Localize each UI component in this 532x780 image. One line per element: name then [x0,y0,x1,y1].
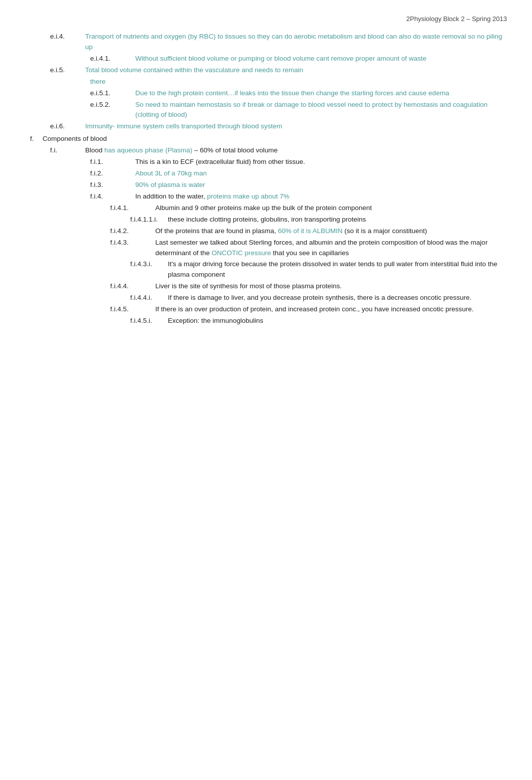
fi42-text-plain2: (so it is a major constituent) [343,227,427,235]
fi42-entry: f.i.4.2. Of the proteins that are found … [110,226,507,237]
fi42-text-teal: 60% of it is ALBUMIN [278,227,343,235]
fi45i-entry: f.i.4.5.i. Exception: the immunoglobulin… [130,316,507,326]
fi411i-label: f.i.4.1.1.i. [130,215,168,225]
fi43-text-teal: ONCOTIC pressure [212,249,272,257]
fi-entry: f.i. Blood has aqueous phase (Plasma) – … [50,145,507,156]
fi44i-entry: f.i.4.4.i. If there is damage to liver, … [130,293,507,303]
ei6-entry: e.i.6. Immunity- immune system cells tra… [50,121,507,132]
fi4-label: f.i.4. [90,191,135,202]
fi-text-plain: Blood [85,146,104,154]
fi2-text: About 3L of a 70kg man [135,168,507,179]
fi45i-text: Exception: the immunoglobulins [168,316,507,326]
fi2-entry: f.i.2. About 3L of a 70kg man [90,168,507,179]
fi4-entry: f.i.4. In addition to the water, protein… [90,191,507,202]
fi-label: f.i. [50,145,85,156]
fi3-entry: f.i.3. 90% of plasma is water [90,180,507,190]
fi44i-text: If there is damage to liver, and you dec… [168,293,507,303]
fi1-text: This is a kin to ECF (extracellular flui… [135,157,507,167]
ei5-label: e.i.5. [50,65,85,76]
ei51-entry: e.i.5.1. Due to the high protein content… [90,88,507,99]
fi3-text: 90% of plasma is water [135,180,507,190]
ei51-label: e.i.5.1. [90,88,135,99]
ei52-entry: e.i.5.2. So need to maintain hemostasis … [90,100,507,121]
fi43-text: Last semester we talked about Sterling f… [155,238,507,259]
ei5-there: there [90,77,507,87]
ei4-label: e.i.4. [50,32,85,53]
content: e.i.4. Transport of nutrients and oxygen… [30,32,507,326]
fi43-entry: f.i.4.3. Last semester we talked about S… [110,238,507,259]
ei4-text: Transport of nutrients and oxygen (by RB… [85,32,507,53]
fi1-label: f.i.1. [90,157,135,167]
fi411i-entry: f.i.4.1.1.i. these include clotting prot… [130,215,507,225]
f-entry: f. Components of blood [30,134,507,144]
ei41-text: Without sufficient blood volume or pumpi… [135,54,507,64]
ei5-text-teal: Total blood volume contained within the … [85,66,303,74]
fi-text-teal: has aqueous phase (Plasma) [104,146,192,154]
fi42-text: Of the proteins that are found in plasma… [155,226,507,237]
fi411i-text: these include clotting proteins, globuli… [168,215,507,225]
fi44-entry: f.i.4.4. Liver is the site of synthesis … [110,281,507,292]
fi44-label: f.i.4.4. [110,281,155,292]
fi42-text-plain: Of the proteins that are found in plasma… [155,227,278,235]
ei51-text: Due to the high protein content…if leaks… [135,88,507,99]
header-title: 2Physiology Block 2 – Spring 2013 [406,15,507,23]
fi41-text: Albumin and 9 other proteins make up the… [155,203,507,214]
fi4-text-plain: In addition to the water, [135,192,207,200]
fi43i-label: f.i.4.3.i. [130,259,168,280]
fi43-text-plain2: that you see in capillaries [271,249,349,257]
fi42-label: f.i.4.2. [110,226,155,237]
fi43i-text: It's a major driving force because the p… [168,259,507,280]
fi4-text: In addition to the water, proteins make … [135,191,507,202]
fi1-entry: f.i.1. This is a kin to ECF (extracellul… [90,157,507,167]
ei52-text: So need to maintain hemostasis so if bre… [135,100,507,121]
fi43-label: f.i.4.3. [110,238,155,259]
f-label: f. [30,134,43,144]
fi44i-label: f.i.4.4.i. [130,293,168,303]
fi44-text: Liver is the site of synthesis for most … [155,281,507,292]
f-text: Components of blood [43,134,507,144]
fi3-label: f.i.3. [90,180,135,190]
ei41-entry: e.i.4.1. Without sufficient blood volume… [90,54,507,64]
fi-text-plain2: – 60% of total blood volume [192,146,278,154]
fi43i-entry: f.i.4.3.i. It's a major driving force be… [130,259,507,280]
fi41-entry: f.i.4.1. Albumin and 9 other proteins ma… [110,203,507,214]
ei5-there-text: there [90,78,106,85]
page-header: 2Physiology Block 2 – Spring 2013 [30,15,507,23]
fi45-label: f.i.4.5. [110,304,155,315]
fi-text: Blood has aqueous phase (Plasma) – 60% o… [85,145,507,156]
fi45i-label: f.i.4.5.i. [130,316,168,326]
ei41-label: e.i.4.1. [90,54,135,64]
fi2-label: f.i.2. [90,168,135,179]
ei5-text: Total blood volume contained within the … [85,65,507,76]
ei6-text: Immunity- immune system cells transporte… [85,121,507,132]
fi45-entry: f.i.4.5. If there is an over production … [110,304,507,315]
fi45-text: If there is an over production of protei… [155,304,507,315]
ei52-label: e.i.5.2. [90,100,135,121]
ei6-label: e.i.6. [50,121,85,132]
fi4-text-teal: proteins make up about 7% [207,192,289,200]
ei5-entry: e.i.5. Total blood volume contained with… [50,65,507,76]
ei4-entry: e.i.4. Transport of nutrients and oxygen… [50,32,507,53]
fi41-label: f.i.4.1. [110,203,155,214]
